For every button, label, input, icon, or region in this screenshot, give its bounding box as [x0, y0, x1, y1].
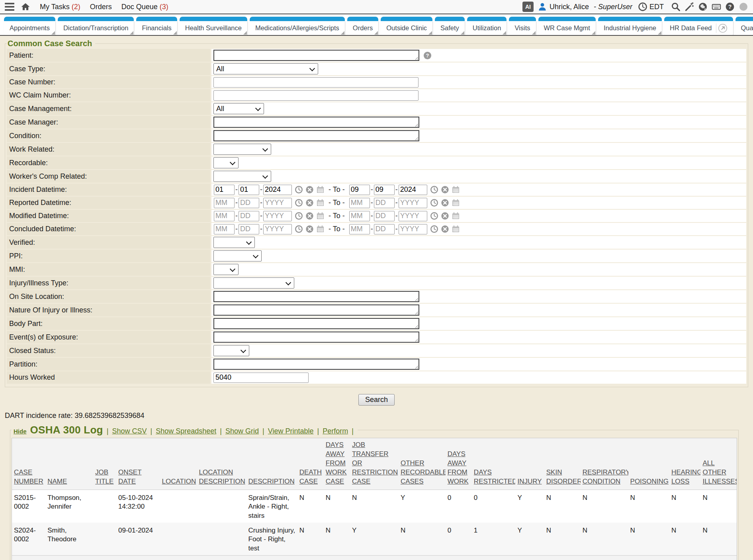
table-row[interactable]: S2024-0002Smith, Theodore09-01-2024Crush…	[12, 523, 737, 556]
modified-datetime-from-month-input[interactable]	[214, 211, 235, 221]
tab-industrial-hygiene[interactable]: Industrial Hygiene	[598, 17, 662, 35]
mmi-select[interactable]	[213, 264, 239, 275]
table-row[interactable]: S2015-0002Thompson, Jennifer05-10-2024 1…	[12, 490, 737, 523]
concluded-datetime-from-year-input[interactable]	[263, 224, 292, 234]
hamburger-menu-icon[interactable]	[5, 3, 14, 11]
hide-link[interactable]: Hide	[14, 428, 27, 435]
tab-financials[interactable]: Financials	[136, 17, 177, 35]
body-part-input[interactable]	[213, 318, 419, 329]
incident-datetime-to-month-input[interactable]	[349, 185, 370, 195]
osha-link-show-spreadsheet[interactable]: Show Spreadsheet	[156, 427, 216, 435]
concluded-datetime-to-day-input[interactable]	[374, 224, 395, 234]
search-icon[interactable]	[671, 2, 681, 12]
sort-link[interactable]: HEARING LOSS	[671, 468, 701, 485]
modified-datetime-to-day-input[interactable]	[374, 211, 395, 221]
concluded-datetime-from-month-input[interactable]	[214, 224, 235, 234]
modified-datetime-to-clear-button[interactable]	[441, 212, 449, 220]
verified-select[interactable]	[213, 237, 255, 248]
sort-link[interactable]: DAYS RESTRICTED	[474, 468, 516, 485]
injury-illness-type-select[interactable]	[213, 277, 294, 289]
recordable-select[interactable]	[213, 157, 239, 168]
sort-link[interactable]: JOB TRANSFER OR RESTRICTION CASE	[352, 441, 398, 485]
reported-datetime-from-year-input[interactable]	[263, 198, 292, 208]
modified-datetime-to-year-input[interactable]	[399, 211, 427, 221]
concluded-datetime-from-clear-button[interactable]	[305, 225, 314, 233]
incident-datetime-to-calendar-button[interactable]	[452, 185, 460, 194]
modified-datetime-to-calendar-button[interactable]	[452, 212, 460, 220]
sort-link[interactable]: JOB TITLE	[95, 468, 113, 485]
search-button[interactable]: Search	[358, 394, 395, 406]
concluded-datetime-to-clear-button[interactable]	[441, 225, 449, 233]
incident-datetime-to-year-input[interactable]	[399, 185, 427, 195]
reported-datetime-to-calendar-button[interactable]	[452, 199, 460, 207]
incident-datetime-from-clear-button[interactable]	[305, 185, 314, 194]
nav-orders[interactable]: Orders	[90, 3, 112, 11]
sort-link[interactable]: CASE NUMBER	[14, 468, 43, 485]
tab-visits[interactable]: Visits	[509, 17, 536, 35]
tab-hr-data-feed[interactable]: HR Data Feed	[664, 17, 733, 35]
reported-datetime-to-clear-button[interactable]	[441, 199, 449, 207]
work-related-select[interactable]	[213, 144, 271, 155]
sort-link[interactable]: SKIN DISORDER	[546, 468, 581, 485]
wc-claim-number-input[interactable]	[213, 90, 419, 101]
concluded-datetime-to-calendar-button[interactable]	[452, 225, 460, 233]
concluded-datetime-to-time-picker-button[interactable]	[430, 225, 438, 233]
reported-datetime-to-month-input[interactable]	[349, 198, 370, 208]
incident-datetime-from-calendar-button[interactable]	[316, 185, 325, 194]
incident-datetime-from-time-picker-button[interactable]	[295, 185, 303, 194]
modified-datetime-from-year-input[interactable]	[263, 211, 292, 221]
tab-dictation-transcription[interactable]: Dictation/Transcription	[58, 17, 134, 35]
tab-medications-allergies-scripts[interactable]: Medications/Allergies/Scripts	[250, 17, 345, 35]
on-site-location-input[interactable]	[213, 291, 419, 302]
sort-link[interactable]: NAME	[47, 478, 67, 485]
tab-wr-case-mgmt[interactable]: WR Case Mgmt	[538, 17, 596, 35]
sort-link[interactable]: OTHER RECORDABLE CASES	[401, 459, 446, 485]
tab-appointments[interactable]: Appointments	[4, 17, 55, 35]
modified-datetime-to-month-input[interactable]	[349, 211, 370, 221]
osha-link-show-csv[interactable]: Show CSV	[112, 427, 147, 435]
sort-link[interactable]: LOCATION	[162, 478, 196, 485]
sort-link[interactable]: DAYS AWAY FROM WORK CASE	[326, 441, 347, 485]
reported-datetime-to-year-input[interactable]	[399, 198, 427, 208]
concluded-datetime-to-month-input[interactable]	[349, 224, 370, 234]
tab-outside-clinic[interactable]: Outside Clinic	[381, 17, 432, 35]
osha-link-show-grid[interactable]: Show Grid	[225, 427, 259, 435]
nature-of-injury-or-illness-input[interactable]	[213, 304, 419, 316]
sort-link[interactable]: DAYS AWAY FROM WORK	[448, 450, 469, 485]
events-of-exposure-input[interactable]	[213, 332, 419, 343]
sort-link[interactable]: ALL OTHER ILLNESSES	[702, 459, 737, 485]
tab-safety[interactable]: Safety	[435, 17, 465, 35]
help-icon[interactable]: ?	[725, 2, 735, 12]
incident-datetime-from-month-input[interactable]	[214, 185, 235, 195]
reported-datetime-from-day-input[interactable]	[239, 198, 259, 208]
tab-orders[interactable]: Orders	[347, 17, 378, 35]
sort-link[interactable]: LOCATION DESCRIPTION	[199, 468, 245, 485]
reported-datetime-from-clear-button[interactable]	[305, 199, 314, 207]
closed-status-select[interactable]	[213, 345, 249, 356]
modified-datetime-from-calendar-button[interactable]	[316, 212, 325, 220]
modified-datetime-from-clear-button[interactable]	[305, 212, 314, 220]
nav-doc-queue[interactable]: Doc Queue (3)	[121, 3, 168, 11]
nav-my-tasks[interactable]: My Tasks (2)	[40, 3, 80, 11]
incident-datetime-from-year-input[interactable]	[263, 185, 292, 195]
modified-datetime-to-time-picker-button[interactable]	[430, 212, 438, 220]
patient-input[interactable]	[213, 50, 419, 61]
tab-utilization[interactable]: Utilization	[467, 17, 507, 35]
concluded-datetime-from-day-input[interactable]	[239, 224, 259, 234]
incident-datetime-to-time-picker-button[interactable]	[430, 185, 438, 194]
reported-datetime-to-day-input[interactable]	[374, 198, 395, 208]
modified-datetime-from-day-input[interactable]	[239, 211, 259, 221]
reported-datetime-from-calendar-button[interactable]	[316, 199, 325, 207]
sort-link[interactable]: POISONING	[630, 478, 669, 485]
osha-link-view-printable[interactable]: View Printable	[268, 427, 314, 435]
globe-icon[interactable]	[698, 2, 708, 12]
case-number-input[interactable]	[213, 77, 419, 88]
workers-comp-related-select[interactable]	[213, 171, 271, 182]
reported-datetime-from-month-input[interactable]	[214, 198, 235, 208]
concluded-datetime-to-year-input[interactable]	[399, 224, 427, 234]
sort-link[interactable]: ONSET DATE	[118, 468, 142, 485]
tab-health-surveillance[interactable]: Health Surveillance	[180, 17, 247, 35]
magic-wand-icon[interactable]	[685, 2, 694, 12]
reported-datetime-from-time-picker-button[interactable]	[295, 199, 303, 207]
case-type-select[interactable]: All	[213, 63, 318, 74]
